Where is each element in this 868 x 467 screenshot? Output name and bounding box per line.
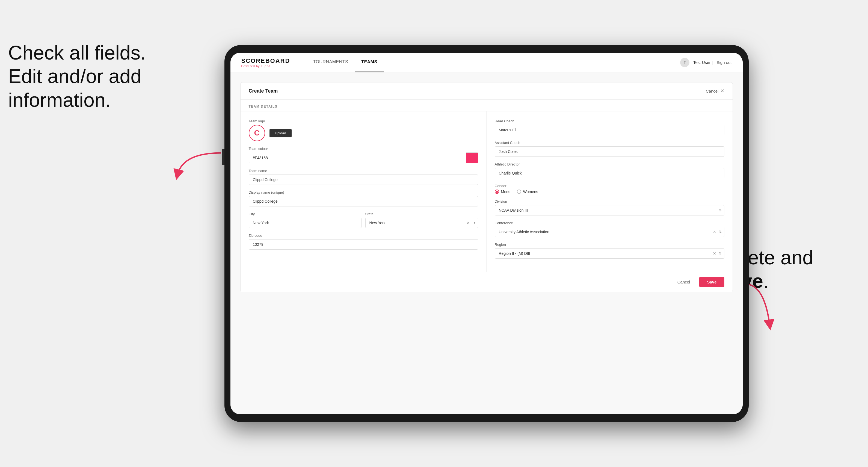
arrow-left-svg xyxy=(161,148,224,180)
cancel-top-button[interactable]: Cancel ✕ xyxy=(706,88,724,94)
conference-dropdown-wrapper: ✕ ⇅ xyxy=(495,227,724,237)
nav-links: TOURNAMENTS TEAMS xyxy=(306,53,680,72)
team-colour-label: Team colour xyxy=(249,147,478,151)
nav-right: T Test User | Sign out xyxy=(680,58,732,67)
gender-label: Gender xyxy=(495,184,724,188)
state-select-wrapper: ✕ ▾ xyxy=(365,218,478,228)
display-name-group: Display name (unique) xyxy=(249,190,478,207)
arrow-right-svg xyxy=(742,281,797,331)
annotation-left: Check all fields. Edit and/or add inform… xyxy=(8,41,146,112)
display-name-label: Display name (unique) xyxy=(249,190,478,194)
sign-out-link[interactable]: Sign out xyxy=(716,60,732,65)
section-header: TEAM DETAILS xyxy=(241,100,733,112)
team-colour-group: Team colour xyxy=(249,147,478,163)
tablet-screen: SCOREBOARD Powered by clippd TOURNAMENTS… xyxy=(230,53,743,414)
state-clear-icon[interactable]: ✕ xyxy=(467,221,470,225)
gender-row: Mens Womens xyxy=(495,190,724,194)
assistant-coach-input[interactable] xyxy=(495,146,724,157)
team-logo-group: Team logo C Upload xyxy=(249,119,478,141)
logo-upload-area: C Upload xyxy=(249,125,478,141)
logo-circle: C xyxy=(249,125,265,141)
tablet-side-button xyxy=(222,149,224,165)
womens-radio-dot xyxy=(517,190,521,194)
panel-header: Create Team Cancel ✕ xyxy=(241,83,733,100)
conference-label: Conference xyxy=(495,221,724,225)
city-group: City xyxy=(249,212,362,228)
zip-group: Zip code xyxy=(249,234,478,250)
display-name-input[interactable] xyxy=(249,196,478,207)
close-icon: ✕ xyxy=(720,88,724,94)
team-name-input[interactable] xyxy=(249,175,478,185)
team-colour-input[interactable] xyxy=(249,153,466,163)
athletic-director-label: Athletic Director xyxy=(495,162,724,166)
color-input-wrapper xyxy=(249,152,478,163)
gender-mens-radio[interactable]: Mens xyxy=(495,190,510,194)
conference-input[interactable] xyxy=(495,227,724,237)
athletic-director-input[interactable] xyxy=(495,168,724,178)
region-dropdown-wrapper: ✕ ⇅ xyxy=(495,248,724,259)
navbar: SCOREBOARD Powered by clippd TOURNAMENTS… xyxy=(230,53,743,72)
region-clear-icon[interactable]: ✕ xyxy=(713,251,716,256)
division-label: Division xyxy=(495,199,724,204)
athletic-director-group: Athletic Director xyxy=(495,162,724,178)
main-content: Create Team Cancel ✕ TEAM DETAILS xyxy=(230,72,743,414)
tablet-device: SCOREBOARD Powered by clippd TOURNAMENTS… xyxy=(224,45,749,422)
division-input[interactable] xyxy=(495,205,724,216)
region-label: Region xyxy=(495,243,724,247)
zip-label: Zip code xyxy=(249,234,478,238)
region-input[interactable] xyxy=(495,248,724,259)
division-group: Division ⇅ xyxy=(495,199,724,216)
division-dropdown-wrapper: ⇅ xyxy=(495,205,724,216)
upload-button[interactable]: Upload xyxy=(270,129,291,137)
user-label: Test User | xyxy=(693,60,713,65)
mens-radio-dot xyxy=(495,190,499,194)
city-state-row: City State ✕ ▾ xyxy=(249,212,478,228)
state-input[interactable] xyxy=(365,218,478,228)
team-name-group: Team name xyxy=(249,169,478,185)
create-team-panel: Create Team Cancel ✕ TEAM DETAILS xyxy=(240,82,733,292)
nav-link-tournaments[interactable]: TOURNAMENTS xyxy=(306,53,355,72)
gender-group: Gender Mens Womens xyxy=(495,184,724,194)
save-button[interactable]: Save xyxy=(699,277,724,287)
head-coach-group: Head Coach xyxy=(495,119,724,135)
color-swatch[interactable] xyxy=(466,152,478,163)
head-coach-label: Head Coach xyxy=(495,119,724,123)
region-group: Region ✕ ⇅ xyxy=(495,243,724,259)
panel-title: Create Team xyxy=(249,88,278,94)
head-coach-input[interactable] xyxy=(495,125,724,135)
zip-input[interactable] xyxy=(249,239,478,250)
nav-link-teams[interactable]: TEAMS xyxy=(355,53,384,72)
user-avatar: T xyxy=(680,58,689,67)
cancel-button[interactable]: Cancel xyxy=(673,277,695,287)
conference-clear-icon[interactable]: ✕ xyxy=(713,230,716,234)
assistant-coach-group: Assistant Coach xyxy=(495,141,724,157)
team-logo-label: Team logo xyxy=(249,119,478,123)
city-input[interactable] xyxy=(249,218,362,228)
assistant-coach-label: Assistant Coach xyxy=(495,141,724,145)
logo-sub: Powered by clippd xyxy=(241,64,290,68)
state-label: State xyxy=(365,212,478,216)
panel-footer: Cancel Save xyxy=(241,272,733,292)
form-right: Head Coach Assistant Coach Athletic Dire… xyxy=(487,112,733,272)
team-name-label: Team name xyxy=(249,169,478,173)
form-left: Team logo C Upload Team colour xyxy=(241,112,487,272)
logo-area: SCOREBOARD Powered by clippd xyxy=(241,57,290,68)
form-area: Team logo C Upload Team colour xyxy=(241,112,733,272)
logo-text: SCOREBOARD xyxy=(241,57,290,64)
state-group: State ✕ ▾ xyxy=(365,212,478,228)
city-label: City xyxy=(249,212,362,216)
gender-womens-radio[interactable]: Womens xyxy=(517,190,538,194)
conference-group: Conference ✕ ⇅ xyxy=(495,221,724,237)
